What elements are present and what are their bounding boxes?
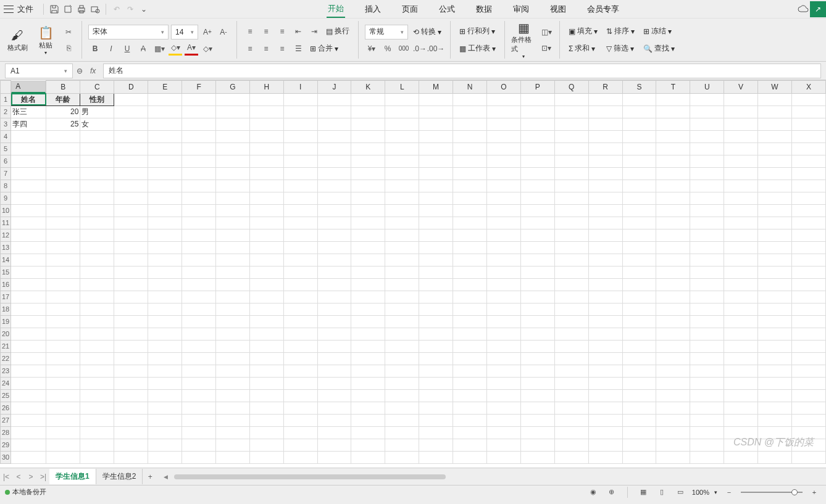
cell[interactable] — [11, 426, 46, 439]
cell[interactable] — [588, 439, 622, 451]
sheet-nav-last-icon[interactable]: >| — [37, 473, 49, 481]
cell[interactable] — [317, 130, 351, 143]
cell[interactable] — [554, 365, 588, 377]
cell[interactable] — [588, 143, 622, 155]
formula-input[interactable]: 姓名 — [103, 64, 821, 78]
cell[interactable] — [114, 439, 148, 451]
bold-icon[interactable]: B — [88, 42, 102, 56]
save-as-icon[interactable] — [61, 2, 75, 16]
convert-button[interactable]: ⟲ 转换 ▾ — [411, 25, 444, 39]
cell[interactable] — [758, 414, 792, 426]
cell[interactable] — [80, 180, 114, 192]
cell[interactable] — [690, 328, 724, 340]
col-header[interactable]: T — [656, 81, 690, 94]
cell[interactable] — [148, 254, 182, 266]
cell[interactable] — [724, 377, 758, 389]
cell[interactable] — [758, 402, 792, 414]
cell[interactable] — [554, 130, 588, 143]
cell[interactable] — [46, 192, 80, 204]
cell[interactable] — [11, 451, 46, 463]
strikethrough-icon[interactable]: A — [136, 42, 150, 56]
cell[interactable] — [351, 414, 385, 426]
cell[interactable] — [80, 439, 114, 451]
cell[interactable] — [80, 340, 114, 352]
cell[interactable] — [283, 414, 317, 426]
cell[interactable] — [690, 180, 724, 192]
zoom-formula-icon[interactable]: ⊖ — [73, 64, 86, 78]
cell[interactable] — [588, 278, 622, 291]
cell[interactable] — [554, 241, 588, 254]
cell[interactable] — [588, 426, 622, 439]
cell[interactable] — [216, 291, 250, 303]
cell[interactable] — [724, 414, 758, 426]
cell[interactable] — [622, 352, 656, 365]
cell[interactable] — [486, 118, 520, 130]
redo-icon[interactable]: ↷ — [123, 2, 137, 16]
cell[interactable] — [724, 155, 758, 167]
cell[interactable] — [114, 93, 148, 105]
col-header[interactable]: R — [588, 81, 622, 94]
row-header[interactable]: 15 — [1, 266, 11, 278]
cell[interactable] — [385, 143, 419, 155]
cell[interactable]: 25 — [46, 118, 80, 130]
cell[interactable] — [114, 105, 148, 118]
rowcol-button[interactable]: ⊞ 行和列 ▾ — [457, 24, 498, 39]
cell[interactable] — [622, 143, 656, 155]
cell[interactable] — [114, 451, 148, 463]
cell[interactable] — [656, 229, 690, 241]
cell[interactable] — [724, 204, 758, 217]
cell[interactable] — [216, 315, 250, 328]
cell[interactable] — [453, 291, 487, 303]
copy-icon[interactable]: ⎘ — [62, 41, 75, 55]
cell[interactable] — [724, 118, 758, 130]
cell[interactable] — [249, 439, 283, 451]
cell[interactable]: 年龄 — [46, 93, 80, 105]
cell[interactable] — [554, 291, 588, 303]
cell[interactable] — [520, 192, 554, 204]
cell[interactable] — [792, 451, 826, 463]
cell[interactable] — [317, 340, 351, 352]
cell[interactable] — [554, 439, 588, 451]
cell[interactable] — [249, 266, 283, 278]
cell[interactable] — [46, 266, 80, 278]
cell[interactable] — [114, 303, 148, 315]
cell[interactable] — [520, 340, 554, 352]
row-header[interactable]: 28 — [1, 426, 11, 439]
cell[interactable] — [453, 451, 487, 463]
cell[interactable] — [554, 426, 588, 439]
cell[interactable] — [724, 451, 758, 463]
cell[interactable] — [453, 328, 487, 340]
cell[interactable] — [554, 217, 588, 229]
cell[interactable] — [114, 241, 148, 254]
cell[interactable] — [419, 241, 453, 254]
cell[interactable] — [656, 451, 690, 463]
cell[interactable] — [351, 180, 385, 192]
cell[interactable] — [283, 365, 317, 377]
cell[interactable] — [148, 204, 182, 217]
cell[interactable] — [520, 303, 554, 315]
cell[interactable] — [622, 130, 656, 143]
cell[interactable] — [486, 192, 520, 204]
cell[interactable] — [11, 241, 46, 254]
cell[interactable] — [351, 155, 385, 167]
cell[interactable] — [80, 414, 114, 426]
cell[interactable] — [114, 352, 148, 365]
cell[interactable] — [656, 118, 690, 130]
cell[interactable] — [283, 130, 317, 143]
cell[interactable] — [792, 402, 826, 414]
cell[interactable] — [724, 180, 758, 192]
cell[interactable] — [622, 105, 656, 118]
indent-decrease-icon[interactable]: ⇤ — [291, 25, 305, 38]
cell[interactable] — [656, 439, 690, 451]
print-icon[interactable] — [75, 2, 88, 16]
cell[interactable] — [690, 315, 724, 328]
cell[interactable] — [419, 93, 453, 105]
cell[interactable] — [554, 451, 588, 463]
cell[interactable] — [690, 377, 724, 389]
cell[interactable] — [453, 167, 487, 180]
cell[interactable] — [724, 217, 758, 229]
cell[interactable] — [182, 167, 216, 180]
cell[interactable] — [385, 118, 419, 130]
align-justify-icon[interactable]: ☰ — [291, 42, 305, 56]
row-header[interactable]: 30 — [1, 451, 11, 463]
